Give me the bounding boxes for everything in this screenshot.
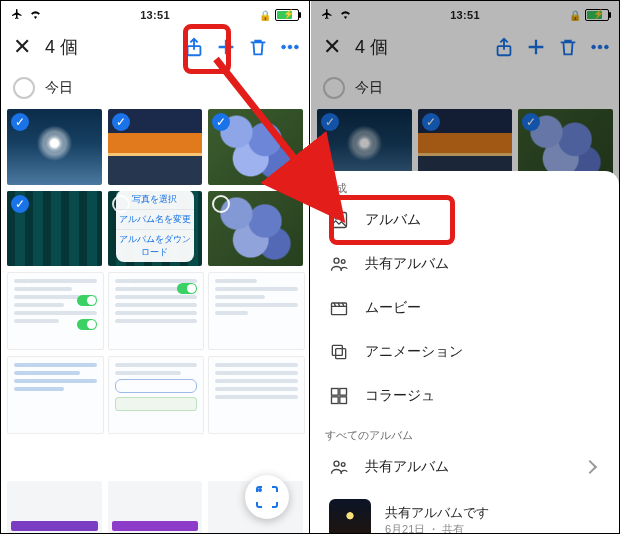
album-thumb <box>329 499 371 534</box>
toggle-icon <box>177 283 197 294</box>
photo-thumb[interactable] <box>108 272 205 350</box>
screenshot-grid <box>1 272 309 439</box>
svg-point-2 <box>288 45 292 49</box>
lens-fab-button[interactable] <box>245 475 289 519</box>
svg-rect-13 <box>336 349 346 359</box>
section-label: 今日 <box>45 79 73 97</box>
photo-thumb[interactable]: ✓ <box>108 109 203 185</box>
checkmark-icon: ✓ <box>11 113 29 131</box>
animation-icon <box>329 342 349 362</box>
svg-rect-14 <box>332 345 342 355</box>
status-time: 13:51 <box>1 9 309 21</box>
shared-album-icon <box>329 457 349 477</box>
menu-item-animation[interactable]: アニメーション <box>311 330 619 374</box>
album-title: 共有アルバムです <box>385 504 489 522</box>
photo-thumb[interactable]: ✓ <box>208 109 303 185</box>
photo-thumb[interactable]: ✓ <box>7 109 102 185</box>
svg-rect-15 <box>332 389 339 396</box>
photo-grid: ✓ ✓ ✓ ✓ 写真を選択 アルバム名を変更 アルバムをダ <box>1 103 309 272</box>
photo-thumb[interactable] <box>7 481 102 534</box>
svg-rect-17 <box>332 397 339 404</box>
album-icon <box>329 210 349 230</box>
photo-thumb[interactable] <box>208 356 305 434</box>
menu-label: アルバム <box>365 211 421 229</box>
trash-icon[interactable] <box>247 36 269 58</box>
sheet-section-label: 作成 <box>311 171 619 198</box>
photo-thumb[interactable] <box>208 272 305 350</box>
add-to-sheet: 作成 アルバム 共有アルバム ムービー <box>311 171 619 534</box>
more-icon[interactable] <box>279 36 301 58</box>
photo-thumb[interactable] <box>7 356 104 434</box>
checkmark-icon: ✓ <box>11 195 29 213</box>
phone-right: 13:51 🔒 ⚡ ✕ 4 個 今日 ✓ ✓ ✓ <box>311 1 619 534</box>
menu-item-movie[interactable]: ムービー <box>311 286 619 330</box>
select-all-radio[interactable] <box>13 77 35 99</box>
photo-thumb[interactable] <box>108 356 205 434</box>
battery-icon: ⚡ <box>275 9 299 21</box>
album-subtitle: 6月21日 ・ 共有 <box>385 522 489 535</box>
menu-item-all-shared-albums[interactable]: 共有アルバム <box>311 445 619 489</box>
svg-rect-16 <box>340 389 347 396</box>
photo-thumb[interactable] <box>108 481 203 534</box>
existing-album-row[interactable]: 共有アルバムです 6月21日 ・ 共有 <box>311 489 619 534</box>
date-section-today[interactable]: 今日 <box>1 69 309 103</box>
checkmark-icon <box>212 195 230 213</box>
svg-point-9 <box>335 216 338 219</box>
svg-point-3 <box>295 45 299 49</box>
checkmark-icon: ✓ <box>112 113 130 131</box>
svg-point-20 <box>341 463 345 467</box>
photo-thumb[interactable] <box>208 191 303 267</box>
svg-point-19 <box>334 461 339 466</box>
ios-status-bar: 13:51 🔒 ⚡ <box>1 1 309 25</box>
collage-icon <box>329 386 349 406</box>
svg-point-1 <box>282 45 286 49</box>
close-selection-button[interactable]: ✕ <box>9 32 35 62</box>
movie-icon <box>329 298 349 318</box>
photo-thumb[interactable] <box>7 272 104 350</box>
selection-count: 4 個 <box>45 35 78 59</box>
svg-rect-18 <box>340 397 347 404</box>
photo-thumb[interactable]: ✓ <box>7 191 102 267</box>
toggle-icon <box>77 319 97 330</box>
menu-item-collage[interactable]: コラージュ <box>311 374 619 418</box>
svg-point-10 <box>334 258 339 263</box>
menu-label: コラージュ <box>365 387 435 405</box>
menu-label: 共有アルバム <box>365 255 449 273</box>
share-icon[interactable] <box>183 36 205 58</box>
menu-label: 共有アルバム <box>365 458 449 476</box>
menu-item-album[interactable]: アルバム <box>311 198 619 242</box>
menu-item-shared-album[interactable]: 共有アルバム <box>311 242 619 286</box>
context-menu[interactable]: 写真を選択 アルバム名を変更 アルバムをダウンロード <box>116 191 195 263</box>
selection-toolbar: ✕ 4 個 <box>1 25 309 69</box>
sheet-section-label: すべてのアルバム <box>311 418 619 445</box>
photo-thumb[interactable]: 写真を選択 アルバム名を変更 アルバムをダウンロード <box>108 191 203 267</box>
add-to-button[interactable] <box>215 36 237 58</box>
tutorial-stage: 13:51 🔒 ⚡ ✕ 4 個 <box>0 0 620 534</box>
menu-label: アニメーション <box>365 343 463 361</box>
menu-label: ムービー <box>365 299 421 317</box>
toggle-icon <box>77 295 97 306</box>
shared-album-icon <box>329 254 349 274</box>
svg-point-11 <box>341 260 345 264</box>
phone-left: 13:51 🔒 ⚡ ✕ 4 個 <box>1 1 310 534</box>
